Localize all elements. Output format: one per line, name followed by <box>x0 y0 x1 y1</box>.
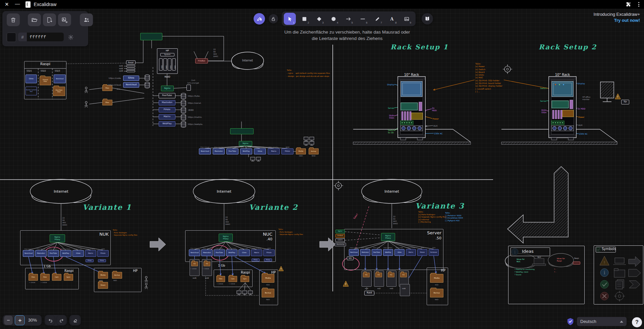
canvas-label[interactable]: Internet <box>384 189 399 194</box>
canvas-box-gitea[interactable]: Gitea <box>394 249 405 256</box>
canvas-box-mastodon[interactable]: Mastodon <box>201 249 213 256</box>
canvas-folder-sync[interactable]: Sync <box>240 276 249 282</box>
canvas-label[interactable]: > 100GB <box>41 282 47 283</box>
canvas-label[interactable]: NUC <box>538 256 541 258</box>
canvas-label[interactable]: https://webpla. <box>227 247 236 249</box>
export-image-button[interactable] <box>58 13 71 26</box>
canvas-folder-media[interactable]: Media <box>98 272 108 279</box>
tool-text[interactable]: A 8 <box>386 13 398 25</box>
tool-ellipse[interactable]: 4 <box>328 13 340 25</box>
canvas-label[interactable]: 22 80 443 8443 <box>213 48 218 58</box>
canvas-box[interactable] <box>159 58 163 70</box>
canvas-label[interactable]: https://tube. <box>49 248 57 250</box>
help-button[interactable]: ? <box>632 317 642 327</box>
canvas-label[interactable]: Tube? <box>353 213 359 220</box>
canvas-label[interactable]: https://socia. <box>361 247 369 248</box>
canvas-label[interactable]: ssd2 <box>119 67 123 69</box>
canvas-box-webplay[interactable]: WebPlay <box>60 250 71 257</box>
canvas-label[interactable]: ToDo: - Ports festlegen - Separate Nginx… <box>278 228 303 236</box>
canvas-label[interactable]: ToDo: [x] Power [x] Switch [x] Board [x]… <box>475 62 502 93</box>
canvas-folder-media[interactable]: Media <box>430 274 443 283</box>
canvas-box-raspi[interactable]: Raspi <box>126 60 136 64</box>
canvas-label[interactable]: https://webpla. <box>188 123 203 125</box>
canvas-label[interactable]: https://tube. <box>228 146 237 148</box>
canvas-label[interactable]: > 100GB <box>217 283 223 285</box>
canvas-label[interactable]: 22 80 443 8443 <box>393 216 398 225</box>
canvas-label[interactable]: 1 Gb <box>44 265 51 268</box>
canvas-box-mastodon[interactable]: Mastodon <box>159 100 175 105</box>
canvas-label[interactable]: https://cloud. <box>350 247 358 248</box>
canvas-box-certbot[interactable]: Certbot <box>335 234 345 238</box>
canvas-label[interactable]: ssd3 <box>390 288 393 289</box>
canvas-box-pihole[interactable]: PiHole <box>281 148 293 154</box>
canvas-label[interactable]: let's encrypt <box>187 82 199 84</box>
canvas-label[interactable]: 22 80 443 8443 <box>62 217 67 226</box>
canvas-box[interactable] <box>126 65 135 67</box>
canvas-box-matrix[interactable]: Matrix <box>406 249 416 256</box>
canvas-folder-file[interactable]: File <box>191 262 198 266</box>
canvas-label[interactable]: :8080 <box>267 247 271 249</box>
canvas-folder-file[interactable]: File <box>363 273 370 277</box>
canvas-label[interactable]: https://matrix. <box>407 247 415 248</box>
tool-image[interactable]: 9 <box>400 13 413 25</box>
canvas-box-peertube[interactable]: PeerTube <box>48 250 59 257</box>
canvas-folder-sync[interactable]: Sync <box>64 274 73 281</box>
tool-line[interactable]: 6 <box>357 13 369 25</box>
canvas-label[interactable]: https://cloud. <box>108 84 121 86</box>
canvas-label[interactable]: :8080 <box>421 247 424 248</box>
library-button[interactable] <box>422 13 433 25</box>
canvas-label[interactable]: AUX <box>578 124 583 126</box>
canvas-label[interactable]: Raspi <box>40 62 50 66</box>
canvas-label[interactable]: Server <box>540 100 547 102</box>
canvas-box[interactable] <box>126 70 135 72</box>
canvas-box-webplay[interactable]: WebPlay <box>226 249 237 256</box>
canvas-box-wg[interactable]: WG <box>347 256 354 260</box>
canvas-box-docker-system-files[interactable]: Docker system files <box>25 87 37 95</box>
canvas-box-pihole[interactable]: PiHole <box>417 249 427 256</box>
canvas-label[interactable]: ssd3 <box>119 70 123 72</box>
canvas-label[interactable]: Ideas for NUC <box>517 258 525 263</box>
canvas-box-peertube[interactable]: PeerTube <box>372 249 382 256</box>
canvas-label[interactable]: ? WebPlay client <box>515 271 528 273</box>
canvas-box-mastodon[interactable]: Mastodon <box>360 249 370 256</box>
canvas-box[interactable] <box>573 262 580 265</box>
canvas-box[interactable] <box>126 68 135 70</box>
canvas-box-proxy[interactable]: Proxy <box>264 258 272 262</box>
canvas-label[interactable]: https://code. <box>74 248 82 250</box>
lock-canvas-button[interactable] <box>269 14 278 23</box>
canvas-title[interactable]: Variante 3 <box>415 201 465 210</box>
canvas-label[interactable]: https://matrix. <box>188 116 202 118</box>
canvas-box-gitea[interactable]: Gitea <box>254 148 266 154</box>
canvas-label[interactable]: ssd4 <box>402 288 406 289</box>
canvas-box-nextcloud[interactable]: Nextcloud <box>54 75 66 83</box>
canvas-label[interactable]: dns <box>117 88 120 90</box>
canvas-folder-cam[interactable]: Cam <box>52 274 61 281</box>
canvas-folder-backup[interactable]: Backup <box>262 289 274 297</box>
canvas-label[interactable]: https://socia. <box>214 146 223 148</box>
canvas-label[interactable]: SSD3 <box>55 69 60 72</box>
canvas-box-monitoring[interactable]: Monitoring <box>335 243 346 246</box>
canvas-label[interactable]: https://matrix. <box>86 248 95 250</box>
canvas-folder-file[interactable]: File <box>388 273 394 277</box>
canvas-label[interactable]: - design per design and dns do all own s… <box>287 75 329 77</box>
canvas-label[interactable]: https://matrix. <box>252 247 261 249</box>
canvas-label[interactable]: Ideas <box>522 249 534 254</box>
color-hex-value[interactable]: ffffff <box>27 33 64 41</box>
eraser-button[interactable] <box>71 316 79 325</box>
open-file-button[interactable] <box>28 13 41 26</box>
canvas-label[interactable]: HP office monitor <box>582 96 590 100</box>
canvas-label[interactable]: RAID <box>170 65 171 69</box>
promo-link[interactable]: Try out now! <box>594 17 640 23</box>
canvas-folder-file[interactable]: File <box>375 273 382 277</box>
canvas-box-gitea[interactable]: Gitea <box>72 250 84 257</box>
canvas-folder-backup[interactable]: Backup <box>309 148 319 154</box>
canvas-label[interactable]: HDD <box>266 284 270 286</box>
canvas-label[interactable]: Symbols <box>602 247 616 251</box>
canvas-box[interactable] <box>140 33 162 40</box>
canvas-box-nextcloud[interactable]: Nextcloud <box>123 82 139 88</box>
canvas-label[interactable]: NUK <box>99 232 109 237</box>
canvas-label[interactable]: 2x HDD <box>432 107 437 111</box>
canvas-box[interactable] <box>230 128 254 134</box>
canvas-label[interactable]: https://cloud. <box>200 146 210 148</box>
canvas-label[interactable]: Display <box>387 83 394 86</box>
